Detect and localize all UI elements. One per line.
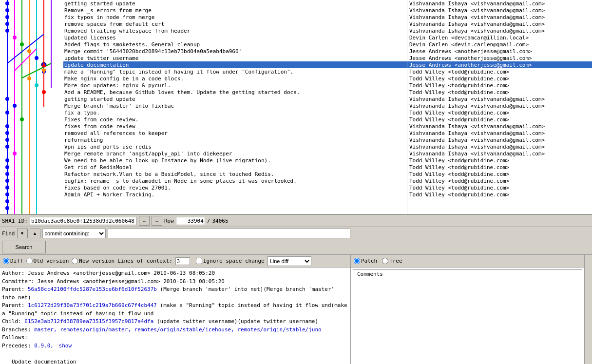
diff-radio-label[interactable]: Diff <box>3 258 23 264</box>
child-link[interactable]: 6152e3ab712fd38789ea73515f3957c9817a4dfa <box>24 318 153 325</box>
sha-input[interactable] <box>30 217 137 225</box>
parent2-desc: (make a "Running" topic instead of havin… <box>157 302 331 308</box>
context-input[interactable] <box>175 257 190 265</box>
find-label: Find <box>2 230 15 237</box>
svg-point-33 <box>5 158 9 162</box>
commit-msg: Admin API + Worker Tracking. <box>63 192 155 198</box>
diff-radio[interactable] <box>3 258 9 264</box>
author-cell: Todd Willey <todd@rubidine.com> <box>407 109 592 116</box>
author-cell: Jesse Andrews <anotherjesse@gmail.com> <box>407 55 592 61</box>
parent1-desc: (Merge branch 'master' into net) <box>157 286 264 292</box>
author-cell: Todd Willey <todd@rubidine.com> <box>407 184 592 191</box>
commit-msg: Merge remote branch 'angst/apply_api' in… <box>63 151 233 157</box>
commit-row[interactable]: More doc updates: nginx & pycurl. <box>63 82 407 89</box>
child-desc: (update twitter username) <box>153 318 237 325</box>
precedes-link[interactable]: 0.9.0, <box>34 343 54 349</box>
author-cell: Vishvananda Ishaya <vishvananda@gmail.co… <box>407 14 592 20</box>
prev-sha-btn[interactable]: ← <box>139 216 150 226</box>
scroll-bar[interactable] <box>584 255 592 364</box>
graph-col <box>0 0 63 214</box>
committer-line: Committer: Jesse Andrews <anotherjesse@g… <box>2 278 348 286</box>
next-sha-btn[interactable]: → <box>152 216 162 226</box>
commit-row[interactable]: Merge remote branch 'angst/apply_api' in… <box>63 150 407 157</box>
branches-link[interactable]: master, remotes/origin/master, remotes/o… <box>34 326 321 333</box>
commit-msg: bugfix: rename _s to datamodel in Node i… <box>63 178 298 184</box>
diff-options-row: Diff Old version New version Lines of co… <box>0 255 350 268</box>
author-cell: Vishvananda Ishaya <vishvananda@gmail.co… <box>407 7 592 14</box>
commit-row[interactable]: Merge commit '56443020bcd20894c13eb73bd0… <box>63 48 407 55</box>
author-cell: Todd Willey <todd@rubidine.com> <box>407 171 592 177</box>
commit-row[interactable]: fixes from code review <box>63 123 407 130</box>
tree-radio[interactable] <box>382 258 388 264</box>
svg-point-34 <box>5 165 9 169</box>
commit-msg: removed all references to keeper <box>63 130 169 136</box>
author-col: Vishvananda Ishaya <vishvananda@gmail.co… <box>407 0 592 214</box>
commit-row[interactable]: Make nginx config be in a code block. <box>63 75 407 82</box>
commit-row[interactable]: reformatting <box>63 136 407 143</box>
commit-row[interactable]: Add a README, because GitHub loves them.… <box>63 89 407 96</box>
commit-row[interactable]: Updated licenses <box>63 34 407 41</box>
svg-point-23 <box>42 90 46 94</box>
svg-point-21 <box>27 77 31 80</box>
commit-row[interactable]: Merge branch 'master' into fixrbac <box>63 102 407 109</box>
author-cell: Todd Willey <todd@rubidine.com> <box>407 157 592 164</box>
ignore-space-checkbox[interactable] <box>196 258 202 264</box>
commit-row[interactable]: fix a typo. <box>63 109 407 116</box>
diff-style-select[interactable]: Line diff <box>267 256 311 266</box>
commit-msg: Updated licenses <box>63 35 117 41</box>
commit-row[interactable]: getting started update <box>63 96 407 102</box>
svg-point-10 <box>5 1 9 5</box>
commit-row[interactable]: Update documentation <box>63 61 407 68</box>
ignore-space-label[interactable]: Ignore space change <box>196 258 265 264</box>
new-version-label[interactable]: New version <box>72 258 115 264</box>
patch-radio[interactable] <box>354 258 360 264</box>
commit-row[interactable]: Removed trailing whitespace from header <box>63 27 407 34</box>
new-version-radio[interactable] <box>72 258 78 264</box>
commit-row[interactable]: Remove _s errors from merge <box>63 7 407 14</box>
commit-row[interactable]: Fixes based on code review 27001. <box>63 184 407 191</box>
svg-line-8 <box>15 49 37 71</box>
author-cell: Todd Willey <todd@rubidine.com> <box>407 82 592 89</box>
commit-msg: Added flags to smoketests. General clean… <box>63 41 201 48</box>
commit-row[interactable]: remove spaces from default cert <box>63 20 407 27</box>
find-up-btn[interactable]: ▲ <box>30 229 40 238</box>
commit-row[interactable]: Vpn ips and ports use redis <box>63 143 407 150</box>
show-link[interactable]: show <box>59 343 72 349</box>
find-text[interactable] <box>108 229 350 238</box>
commit-row[interactable]: We need to be able to look up Instance b… <box>63 157 407 164</box>
commit-row[interactable]: removed all references to keeper <box>63 130 407 136</box>
find-type-select[interactable]: commit containing: <box>42 229 106 238</box>
commit-row[interactable]: bugfix: rename _s to datamodel in Node i… <box>63 177 407 184</box>
commit-msg: Refactor network.Vlan to be a BasicModel… <box>63 171 275 177</box>
tree-label[interactable]: Tree <box>382 258 402 264</box>
parent1-link[interactable]: 56a58cc42100ffdc5287e153ce6bf6d10f52637b <box>28 286 157 292</box>
commit-msg: Update documentation <box>63 62 130 68</box>
svg-point-26 <box>5 111 9 115</box>
commit-list: getting started updateRemove _s errors f… <box>63 0 407 214</box>
patch-label[interactable]: Patch <box>354 258 377 264</box>
comments-tab[interactable]: Comments <box>353 269 582 279</box>
commit-msg: Get rid of RedisModel <box>63 164 133 171</box>
commit-row[interactable]: getting started update <box>63 0 407 7</box>
commit-row[interactable]: Fixes from code review. <box>63 116 407 123</box>
commit-row[interactable]: make a "Running" topic instead of having… <box>63 68 407 75</box>
commit-row[interactable]: Get rid of RedisModel <box>63 164 407 171</box>
author-cell: Vishvananda Ishaya <vishvananda@gmail.co… <box>407 20 592 27</box>
commit-row[interactable]: update twitter username <box>63 55 407 61</box>
author-cell: Vishvananda Ishaya <vishvananda@gmail.co… <box>407 0 592 7</box>
right-bottom: Patch Tree Comments <box>350 255 584 364</box>
old-version-radio[interactable] <box>26 258 33 264</box>
old-version-label[interactable]: Old version <box>26 258 69 264</box>
find-down-btn[interactable]: ▼ <box>17 229 28 238</box>
author-cell: Devin Carlen <devcamcar@illian.local> <box>407 34 592 41</box>
author-cell: Vishvananda Ishaya <vishvananda@gmail.co… <box>407 27 592 34</box>
author-cell: Vishvananda Ishaya <vishvananda@gmail.co… <box>407 150 592 157</box>
commit-row[interactable]: fix typos in node from merge <box>63 14 407 20</box>
parent2-link[interactable]: 1c61272d29f30a73f701c219a7b669c67f4cb447 <box>28 302 157 308</box>
row-input[interactable] <box>176 217 205 225</box>
commit-row[interactable]: Added flags to smoketests. General clean… <box>63 41 407 48</box>
commit-row[interactable]: Refactor network.Vlan to be a BasicModel… <box>63 171 407 177</box>
search-button[interactable]: Search <box>2 241 46 253</box>
svg-point-14 <box>5 29 9 33</box>
commit-row[interactable]: Admin API + Worker Tracking. <box>63 191 407 198</box>
